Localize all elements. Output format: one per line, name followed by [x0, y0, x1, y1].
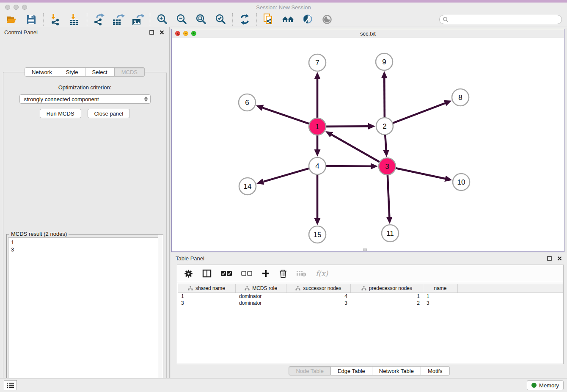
column-header-name[interactable]: name [423, 284, 458, 293]
hide-unhide-icon[interactable] [301, 13, 314, 26]
refresh-icon[interactable] [238, 13, 251, 26]
close-table-panel-icon[interactable] [556, 255, 563, 262]
edge-2-8[interactable] [393, 103, 445, 123]
tab-mcds[interactable]: MCDS [115, 67, 145, 77]
deselect-all-rows-icon[interactable] [241, 271, 252, 276]
network-graph[interactable]: 1234678910111415 [172, 38, 564, 251]
save-session-icon[interactable] [25, 13, 38, 26]
cell-mcds-role[interactable]: dominator [236, 300, 286, 306]
export-image-icon[interactable] [132, 13, 144, 26]
titlebar: Session: New Session [0, 3, 567, 12]
node-label-15: 15 [314, 231, 322, 239]
table-mode-gear-icon[interactable] [184, 269, 193, 278]
create-column-icon[interactable] [261, 269, 270, 278]
cell-predecessor-nodes[interactable]: 2 [351, 300, 423, 306]
export-network-icon[interactable] [93, 13, 105, 26]
edge-2-9[interactable] [384, 78, 385, 117]
show-column-pane-icon[interactable] [202, 269, 212, 278]
node-label-1: 1 [315, 123, 319, 131]
node-table-header: shared name MCDS role successor nodes pr… [178, 284, 563, 293]
cell-successor-nodes[interactable]: 4 [286, 293, 351, 299]
zoom-out-icon[interactable] [175, 13, 188, 26]
node-table-container: f(x) shared name MCDS role successor nod… [177, 265, 564, 364]
cell-name[interactable]: 3 [423, 300, 458, 306]
mcds-result-fieldset: MCDS result (2 nodes) 1 3 [6, 234, 163, 392]
canvas-scroll-thumb[interactable] [363, 248, 367, 251]
column-header-predecessor-nodes[interactable]: predecessor nodes [351, 284, 423, 293]
tab-select[interactable]: Select [85, 67, 115, 77]
apply-function-icon[interactable]: f(x) [316, 269, 328, 278]
cell-shared-name[interactable]: 1 [178, 293, 236, 299]
memory-button[interactable]: Memory [527, 380, 564, 390]
zoom-fit-icon[interactable] [195, 13, 207, 26]
network-window-titlebar[interactable]: x − + scc.txt [172, 29, 564, 38]
edge-1-6[interactable] [263, 108, 309, 124]
node-label-11: 11 [386, 229, 394, 237]
open-session-icon[interactable] [6, 13, 18, 26]
edge-3-1[interactable] [332, 135, 380, 162]
tab-network-table[interactable]: Network Table [372, 366, 421, 375]
import-table-icon[interactable] [69, 13, 81, 26]
edge-2-3[interactable] [385, 135, 386, 150]
cell-successor-nodes[interactable]: 3 [286, 300, 351, 306]
table-panel-tabs: Node Table Edge Table Network Table Moti… [171, 366, 567, 375]
edge-1-2[interactable] [326, 126, 368, 127]
cell-name[interactable]: 1 [423, 293, 458, 299]
run-mcds-button[interactable]: Run MCDS [40, 109, 81, 118]
control-panel-title: Control Panel [4, 29, 38, 36]
network-column-icon [361, 286, 366, 291]
network-canvas[interactable]: 1234678910111415 [172, 38, 564, 251]
edge-4-3[interactable] [326, 166, 371, 166]
tab-motifs[interactable]: Motifs [421, 366, 450, 375]
column-header-successor-nodes[interactable]: successor nodes [286, 284, 351, 293]
network-view-window: x − + scc.txt 1234678910111415 [171, 29, 564, 252]
export-table-icon[interactable] [112, 13, 125, 26]
delete-columns-icon[interactable] [279, 269, 287, 278]
float-table-panel-icon[interactable] [546, 255, 553, 262]
cell-shared-name[interactable]: 3 [178, 300, 236, 306]
task-history-button[interactable] [4, 380, 17, 390]
tab-edge-table[interactable]: Edge Table [331, 366, 372, 375]
float-panel-icon[interactable] [148, 29, 155, 36]
search-input[interactable] [449, 17, 561, 22]
node-label-9: 9 [382, 58, 386, 66]
table-toolbar: f(x) [177, 265, 563, 282]
table-row[interactable]: 3 dominator 3 2 3 [178, 300, 563, 306]
search-box[interactable] [439, 15, 562, 24]
search-icon [443, 17, 449, 22]
column-header-mcds-role[interactable]: MCDS role [236, 284, 286, 293]
import-network-icon[interactable] [49, 13, 62, 26]
cell-mcds-role[interactable]: dominator [236, 293, 286, 299]
tab-node-table[interactable]: Node Table [289, 366, 331, 375]
select-all-rows-icon[interactable] [221, 271, 232, 276]
mcds-result-scrollbar[interactable] [158, 235, 163, 392]
main-toolbar [0, 12, 567, 27]
table-panel-title: Table Panel [176, 255, 204, 262]
home-view-icon[interactable] [282, 13, 295, 26]
network-column-icon [295, 286, 300, 291]
edge-3-11[interactable] [388, 175, 389, 217]
mcds-panel: Optimization criterion: strongly connect… [3, 72, 167, 392]
edge-4-14[interactable] [263, 168, 308, 182]
network-column-icon [188, 286, 193, 291]
node-label-3: 3 [385, 163, 389, 171]
new-network-from-selection-icon[interactable] [262, 13, 275, 26]
table-panel: Table Panel [171, 253, 567, 378]
zoom-in-icon[interactable] [156, 13, 168, 26]
close-panel-icon[interactable] [158, 29, 165, 36]
mcds-result-text[interactable]: 1 3 [8, 237, 162, 392]
column-header-shared-name[interactable]: shared name [178, 284, 236, 293]
memory-label: Memory [539, 382, 559, 389]
edge-3-10[interactable] [396, 168, 445, 179]
criterion-select[interactable]: strongly connected component [19, 94, 151, 104]
zoom-selected-icon[interactable] [214, 13, 227, 26]
delete-table-icon[interactable] [296, 270, 306, 277]
table-row[interactable]: 1 dominator 4 1 1 [178, 293, 563, 300]
tab-network[interactable]: Network [25, 67, 59, 77]
show-graphics-details-icon[interactable] [321, 13, 333, 26]
network-column-icon [245, 286, 250, 291]
node-table: shared name MCDS role successor nodes pr… [178, 284, 563, 306]
close-panel-button[interactable]: Close panel [88, 109, 130, 118]
tab-style[interactable]: Style [59, 67, 85, 77]
cell-predecessor-nodes[interactable]: 1 [351, 293, 423, 299]
